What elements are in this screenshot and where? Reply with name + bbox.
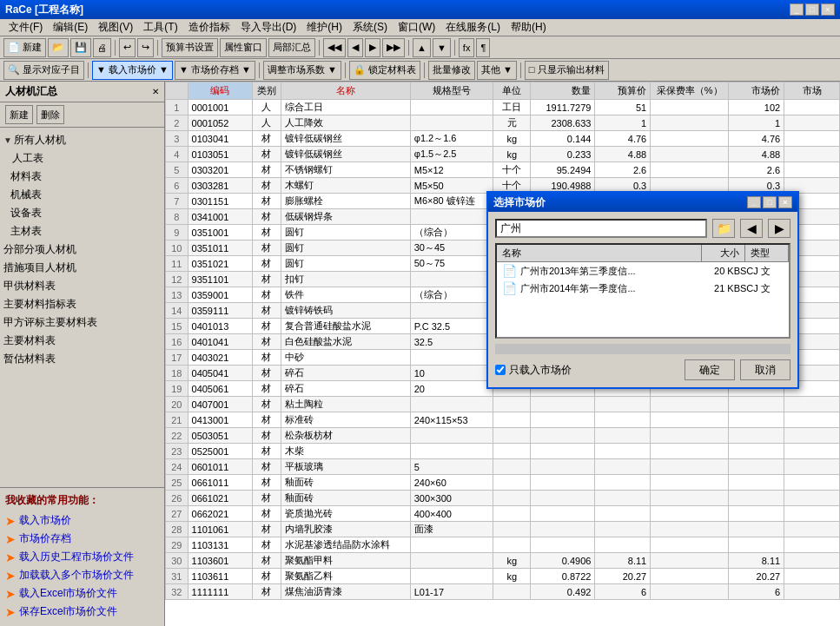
menu-view[interactable]: 视图(V) [93, 18, 138, 36]
open-button[interactable]: 📂 [48, 38, 69, 57]
up-button[interactable]: ▲ [413, 38, 431, 57]
menu-online[interactable]: 在线服务(L) [440, 18, 506, 36]
tree-item-eval-material[interactable]: 甲方评标主要材料表 [3, 313, 161, 332]
table-row[interactable]: 30 1103601 材 聚氨酯甲料 kg 0.4906 8.11 8.11 [166, 553, 840, 569]
properties-button[interactable]: 属性窗口 [220, 38, 267, 57]
tree-item-material[interactable]: 材料表 [10, 168, 161, 186]
table-row[interactable]: 20 0407001 材 粘土陶粒 [166, 397, 840, 412]
menu-file[interactable]: 文件(F) [3, 18, 48, 36]
sidebar-delete-button[interactable]: 删除 [36, 105, 64, 124]
batch-modify-button[interactable]: 批量修改 [428, 61, 475, 80]
menu-tools[interactable]: 工具(T) [138, 18, 182, 36]
menu-import[interactable]: 导入导出(D) [235, 18, 302, 36]
tree-item-main-mat[interactable]: 主材表 [10, 222, 161, 241]
func-save-excel[interactable]: ➤ 保存Excel市场价文件 [5, 603, 159, 621]
new-button[interactable]: 📄 新建 [3, 38, 46, 57]
tree-item-machine[interactable]: 机械表 [10, 186, 161, 204]
dialog-folder-button[interactable]: 📁 [712, 219, 735, 238]
load-market-only-checkbox[interactable] [495, 365, 506, 375]
table-row[interactable]: 23 0525001 材 木柴 [166, 444, 840, 459]
func-load-market[interactable]: ➤ 载入市场价 [5, 511, 159, 530]
sidebar-close-button[interactable]: ✕ [152, 87, 159, 96]
func-load-excel[interactable]: ➤ 载入Excel市场价文件 [5, 584, 159, 603]
budget-settings-button[interactable]: 预算书设置 [162, 38, 218, 57]
tree-item-key-material-index[interactable]: 主要材料指标表 [3, 295, 161, 313]
menu-help[interactable]: 帮助(H) [506, 18, 552, 36]
load-market-price-button[interactable]: ▼ 载入市场价 ▼ [92, 61, 173, 80]
header-code[interactable]: 编码 [188, 82, 252, 100]
table-row[interactable]: 28 1101061 材 内墙乳胶漆 面漆 [166, 522, 840, 537]
header-type[interactable]: 类别 [252, 82, 281, 100]
dialog-nav-forward-button[interactable]: ▶ [768, 219, 790, 238]
down-button[interactable]: ▼ [433, 38, 451, 57]
dialog-minimize-button[interactable]: _ [747, 196, 761, 208]
table-row[interactable]: 24 0601011 材 平板玻璃 5 [166, 459, 840, 475]
table-row[interactable]: 5 0303201 材 不锈钢螺钉 M5×12 十个 95.2494 2.6 2… [166, 162, 840, 178]
tree-item-sub-division[interactable]: 分部分项人材机 [3, 241, 161, 259]
show-match-button[interactable]: 🔍 显示对应子目 [3, 61, 84, 80]
close-button[interactable]: × [821, 3, 835, 16]
dialog-maximize-button[interactable]: □ [763, 196, 777, 208]
dialog-cancel-button[interactable]: 取消 [740, 359, 790, 380]
menu-edit[interactable]: 编辑(E) [48, 18, 93, 36]
formula-button[interactable]: fx [459, 38, 475, 57]
market-archive-button[interactable]: ▼ 市场价存档 ▼ [175, 61, 255, 80]
header-name[interactable]: 名称 [281, 82, 410, 100]
paragraph-button[interactable]: ¶ [476, 38, 490, 57]
menu-cost[interactable]: 造价指标 [183, 18, 235, 36]
dialog-location-input[interactable] [495, 219, 707, 238]
dialog-ok-button[interactable]: 确定 [685, 359, 735, 380]
table-row[interactable]: 22 0503051 材 松杂板枋材 [166, 428, 840, 444]
func-archive-market[interactable]: ➤ 市场价存档 [5, 530, 159, 548]
header-qty[interactable]: 数量 [530, 82, 594, 100]
dialog-close-button[interactable]: × [778, 196, 792, 208]
table-row[interactable]: 4 0103051 材 镀锌低碳钢丝 φ1.5～2.5 kg 0.233 4.8… [166, 147, 840, 162]
table-row[interactable]: 29 1103131 材 水泥基渗透结晶防水涂料 [166, 537, 840, 553]
minimize-button[interactable]: _ [790, 3, 804, 16]
dialog-nav-back-button[interactable]: ◀ [740, 219, 763, 238]
dialog-file-list[interactable]: 名称 大小 类型 📄 广州市2013年第三季度信... 20 KB SCJ 文 … [495, 243, 790, 339]
menu-maintain[interactable]: 维护(H) [301, 18, 347, 36]
tree-item-estimate-material[interactable]: 暂估材料表 [3, 350, 161, 368]
file-row-1[interactable]: 📄 广州市2013年第三季度信... 20 KB SCJ 文 [497, 262, 789, 280]
header-rate[interactable]: 采保费率（%） [651, 82, 729, 100]
tree-item-employer-supply[interactable]: 甲供材料表 [3, 277, 161, 295]
table-row[interactable]: 27 0662021 材 瓷质抛光砖 400×400 [166, 506, 840, 522]
header-market[interactable]: 市场价 [729, 82, 784, 100]
func-load-history[interactable]: ➤ 载入历史工程市场价文件 [5, 548, 159, 566]
menu-window[interactable]: 窗口(W) [393, 18, 440, 36]
table-row[interactable]: 31 1103611 材 聚氨酯乙料 kg 0.8722 20.27 20.27 [166, 569, 840, 584]
print-button[interactable]: 🖨 [93, 38, 111, 57]
partial-summary-button[interactable]: 局部汇总 [268, 38, 315, 57]
header-budget[interactable]: 预算价 [595, 82, 651, 100]
tree-item-measures[interactable]: 措施项目人材机 [3, 259, 161, 277]
redo-button[interactable]: ↪ [137, 38, 154, 57]
nav-next-button[interactable]: ▶▶ [382, 38, 405, 57]
tree-item-equipment[interactable]: 设备表 [10, 204, 161, 222]
other-button[interactable]: 其他 ▼ [477, 61, 517, 80]
nav-prev-button[interactable]: ◀◀ [323, 38, 346, 57]
file-row-2[interactable]: 📄 广州市2014年第一季度信... 21 KB SCJ 文 [497, 280, 789, 297]
header-market2[interactable]: 市场 [784, 82, 840, 100]
table-row[interactable]: 32 1111111 材 煤焦油沥青漆 L01-17 0.492 6 6 [166, 584, 840, 600]
maximize-button[interactable]: □ [805, 3, 819, 16]
table-row[interactable]: 26 0661021 材 釉面砖 300×300 [166, 491, 840, 506]
sidebar-new-button[interactable]: 新建 [5, 105, 33, 124]
header-unit[interactable]: 单位 [493, 82, 531, 100]
table-row[interactable]: 1 0001001 人 综合工日 工日 1911.7279 51 102 [166, 100, 840, 115]
tree-item-key-material[interactable]: 主要材料表 [3, 332, 161, 350]
nav-back-button[interactable]: ◀ [347, 38, 363, 57]
table-row[interactable]: 21 0413001 材 标准砖 240×115×53 [166, 412, 840, 428]
tree-item-all[interactable]: ▼ 所有人材机 [3, 131, 161, 149]
adjust-coeff-button[interactable]: 调整市场系数 ▼ [263, 61, 341, 80]
lock-materials-button[interactable]: 🔒 锁定材料表 [349, 61, 420, 80]
menu-system[interactable]: 系统(S) [347, 18, 393, 36]
show-output-only-button[interactable]: □ 只显示输出材料 [525, 61, 609, 80]
dialog-scrollbar[interactable] [495, 344, 790, 354]
func-load-multiple[interactable]: ➤ 加载载入多个市场价文件 [5, 566, 159, 584]
save-button[interactable]: 💾 [70, 38, 91, 57]
undo-button[interactable]: ↩ [119, 38, 136, 57]
table-row[interactable]: 2 0001052 人 人工降效 元 2308.633 1 1 [166, 115, 840, 131]
table-row[interactable]: 25 0661011 材 釉面砖 240×60 [166, 475, 840, 491]
header-spec[interactable]: 规格型号 [410, 82, 493, 100]
